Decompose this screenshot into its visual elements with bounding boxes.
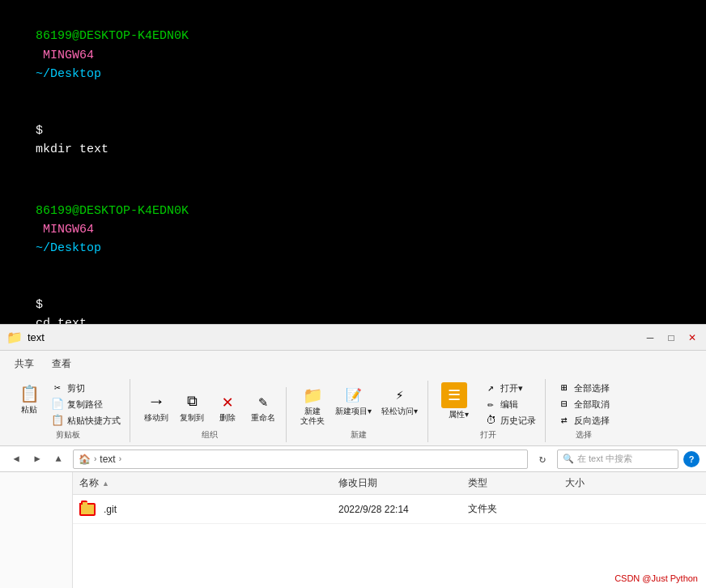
delete-label: 删除: [219, 413, 236, 423]
edit-button[interactable]: ✏ 编辑: [482, 397, 538, 411]
rename-icon: ✎: [252, 390, 274, 413]
sidebar-panel: [0, 472, 73, 588]
file-list: 名称 ▲ 修改日期 类型 大小: [73, 472, 706, 588]
file-type-col: 文件夹: [468, 502, 565, 516]
file-list-header: 名称 ▲ 修改日期 类型 大小: [73, 472, 706, 495]
rename-label: 重命名: [251, 413, 275, 423]
properties-button[interactable]: ☰: [438, 381, 478, 410]
new-item-label: 新建项目▾: [335, 407, 372, 416]
terminal-dollar-1: $: [36, 124, 50, 138]
ribbon-tabs: 共享 查看: [0, 354, 706, 376]
new-items: 📁 新建文件夹 📝 新建项目▾ ⚡ 轻松访问▾: [296, 382, 421, 428]
organize-items: → 移动到 ⧉ 复制到 ✕ 删除 ✎ 重命名: [140, 389, 279, 428]
help-button[interactable]: ?: [683, 451, 700, 467]
watermark: CSDN @Just Python: [615, 573, 698, 583]
back-button[interactable]: ◀: [6, 450, 26, 469]
up-button[interactable]: ▲: [49, 450, 68, 469]
terminal-user-1: 86199@DESKTOP-K4EDN0K: [36, 29, 189, 43]
new-item-button[interactable]: 📝 新建项目▾: [332, 382, 375, 418]
cut-label: 剪切: [67, 382, 85, 394]
explorer-titlebar: 📁 text ─ □ ✕: [0, 325, 706, 351]
select-all-button[interactable]: ⊞ 全部选择: [555, 381, 612, 395]
new-folder-icon: 📁: [301, 384, 324, 407]
open-button[interactable]: ↗ 打开▾: [482, 381, 538, 395]
select-all-label: 全部选择: [574, 382, 610, 394]
new-folder-button[interactable]: 📁 新建文件夹: [296, 382, 329, 428]
open-group-label: 打开: [480, 429, 496, 441]
terminal-mingw-1: MINGW64: [36, 49, 101, 62]
invert-select-icon: ⇄: [558, 414, 571, 427]
refresh-button[interactable]: ↻: [533, 450, 552, 469]
easy-access-button[interactable]: ⚡ 轻松访问▾: [378, 382, 421, 418]
explorer-title: text: [28, 331, 45, 343]
terminal-cmd-2: $ cd text: [6, 277, 700, 325]
new-folder-label: 新建文件夹: [300, 407, 325, 426]
file-area: 名称 ▲ 修改日期 类型 大小: [0, 472, 706, 588]
col-name-sort: ▲: [102, 479, 109, 488]
move-to-icon: →: [145, 390, 168, 413]
clipboard-small-group: ✂ 剪切 📄 复制路径 📋: [49, 381, 123, 428]
terminal-command-1: mkdir text: [36, 143, 108, 156]
ribbon-tab-view[interactable]: 查看: [44, 354, 79, 376]
paste-shortcut-button[interactable]: 📋 粘贴快捷方式: [49, 413, 123, 428]
search-box[interactable]: 🔍 在 text 中搜索: [557, 450, 678, 469]
edit-label: 编辑: [500, 398, 518, 411]
copy-to-button[interactable]: ⧉ 复制到: [176, 389, 208, 424]
copy-to-label: 复制到: [180, 413, 204, 423]
forward-button[interactable]: ▶: [28, 450, 47, 469]
col-size[interactable]: 大小: [565, 476, 630, 490]
copy-path-label: 复制路径: [67, 398, 103, 411]
terminal-path-1: ~/Desktop: [36, 67, 101, 81]
properties-icon: ☰: [441, 382, 467, 408]
git-folder-name: .git: [104, 504, 117, 515]
edit-icon: ✏: [484, 398, 497, 411]
terminal-cmd-1: $ mkdir text: [6, 102, 700, 177]
ribbon-group-clipboard: 📋 粘贴 ✂ 剪切 📄 复制路径: [6, 379, 130, 442]
titlebar-controls: ─ □ ✕: [643, 330, 700, 345]
search-placeholder: 在 text 中搜索: [577, 453, 632, 465]
ribbon-content: 📋 粘贴 ✂ 剪切 📄 复制路径: [0, 376, 706, 445]
explorer-window: 📁 text ─ □ ✕ 共享 查看 📋 粘贴: [0, 324, 706, 588]
properties-label: 属性▾: [449, 410, 469, 420]
minimize-button[interactable]: ─: [643, 330, 657, 345]
cut-icon: ✂: [51, 381, 64, 394]
terminal-path-2: ~/Desktop: [36, 241, 101, 255]
maximize-button[interactable]: □: [664, 330, 678, 345]
invert-select-button[interactable]: ⇄ 反向选择: [555, 413, 612, 428]
easy-access-label: 轻松访问▾: [381, 407, 418, 416]
move-to-button[interactable]: → 移动到: [140, 389, 172, 424]
folder-icon-git: [79, 501, 96, 518]
deselect-all-button[interactable]: ⊟ 全部取消: [555, 397, 612, 411]
open-small-group: ↗ 打开▾ ✏ 编辑 ⏱: [482, 381, 538, 428]
history-button[interactable]: ⏱ 历史记录: [482, 413, 538, 428]
clipboard-items: 📋 粘贴 ✂ 剪切 📄 复制路径: [13, 381, 123, 428]
rename-button[interactable]: ✎ 重命名: [247, 389, 279, 424]
file-date-col: 2022/9/28 22:14: [338, 504, 468, 515]
paste-shortcut-label: 粘贴快捷方式: [67, 415, 121, 427]
ribbon-tab-share[interactable]: 共享: [6, 354, 42, 376]
file-row-git[interactable]: .git 2022/9/28 22:14 文件夹: [73, 495, 706, 524]
addressbar: ◀ ▶ ▲ 🏠 › text › ↻ 🔍 在 text 中搜索 ?: [0, 446, 706, 472]
open-icon: ↗: [484, 381, 497, 394]
address-path[interactable]: 🏠 › text ›: [73, 450, 528, 469]
deselect-all-label: 全部取消: [574, 398, 610, 411]
file-name-col: .git: [79, 501, 338, 518]
copy-path-button[interactable]: 📄 复制路径: [49, 397, 123, 411]
delete-icon: ✕: [216, 390, 239, 413]
cut-button[interactable]: ✂ 剪切: [49, 381, 123, 395]
nav-buttons: ◀ ▶ ▲: [6, 450, 68, 469]
paste-button[interactable]: 📋 粘贴: [13, 381, 45, 416]
terminal-command-2: cd text: [36, 317, 87, 324]
ribbon-group-organize: → 移动到 ⧉ 复制到 ✕ 删除 ✎ 重命名: [134, 387, 287, 442]
delete-button[interactable]: ✕ 删除: [211, 389, 244, 424]
close-button[interactable]: ✕: [685, 330, 700, 345]
ribbon-group-select: ⊞ 全部选择 ⊟ 全部取消 ⇄ 反向选择: [549, 379, 619, 442]
col-date[interactable]: 修改日期: [338, 476, 468, 490]
col-type[interactable]: 类型: [468, 476, 565, 490]
select-all-icon: ⊞: [558, 381, 571, 394]
terminal-line-2: 86199@DESKTOP-K4EDN0K MINGW64 ~/Desktop: [6, 182, 700, 276]
select-label: 选择: [576, 429, 592, 441]
col-name[interactable]: 名称 ▲: [79, 476, 338, 490]
ribbon-group-new: 📁 新建文件夹 📝 新建项目▾ ⚡ 轻松访问▾ 新建: [290, 381, 428, 442]
ribbon-group-open: ☰ 属性▾ ↗ 打开▾ ✏: [432, 379, 546, 442]
